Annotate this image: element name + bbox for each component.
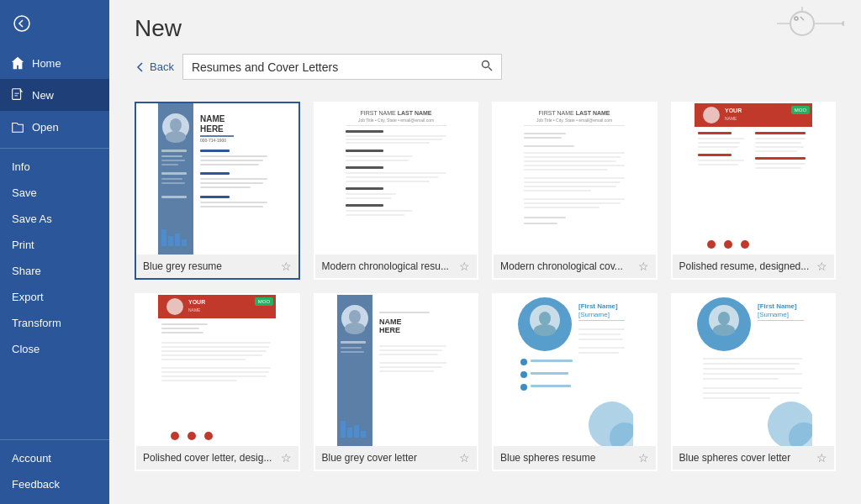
- svg-rect-79: [524, 186, 616, 187]
- svg-rect-28: [161, 196, 187, 198]
- svg-point-108: [707, 240, 716, 249]
- svg-point-130: [171, 432, 179, 440]
- svg-point-132: [204, 432, 213, 440]
- sidebar-item-info[interactable]: Info: [0, 154, 109, 180]
- template-card-modern-chronological-cover[interactable]: FIRST NAME LAST NAME Job Title • City, S…: [492, 102, 658, 280]
- sidebar-item-print[interactable]: Print: [0, 232, 109, 258]
- svg-point-6: [842, 21, 844, 26]
- svg-rect-47: [346, 125, 446, 126]
- svg-rect-61: [346, 197, 392, 199]
- svg-rect-55: [346, 166, 383, 169]
- sidebar-item-open[interactable]: Open: [0, 111, 109, 143]
- svg-rect-128: [161, 375, 267, 377]
- sidebar-item-new[interactable]: New: [0, 79, 109, 111]
- star-icon-4[interactable]: ☆: [816, 260, 827, 273]
- svg-rect-33: [200, 172, 230, 175]
- search-input-wrapper: [182, 54, 502, 80]
- svg-rect-190: [703, 397, 770, 399]
- template-card-modern-chronological-resume[interactable]: FIRST NAME LAST NAME Job Title • City, S…: [314, 102, 479, 280]
- svg-rect-24: [161, 164, 178, 165]
- svg-rect-40: [161, 229, 166, 246]
- svg-rect-82: [524, 202, 621, 204]
- star-icon-3[interactable]: ☆: [638, 260, 649, 273]
- sidebar-item-account[interactable]: Account: [0, 445, 109, 471]
- sidebar-back-button[interactable]: [5, 7, 39, 40]
- svg-rect-35: [200, 182, 263, 184]
- search-input[interactable]: [183, 55, 473, 79]
- svg-rect-27: [161, 182, 185, 184]
- main-content: New Back: [109, 0, 861, 504]
- svg-rect-122: [161, 346, 269, 348]
- star-icon-1[interactable]: ☆: [281, 260, 292, 273]
- svg-rect-26: [161, 178, 182, 180]
- template-label-6: Blue grey cover letter: [322, 452, 417, 464]
- template-label-bar-3: Modern chronological cov... ☆: [494, 255, 656, 278]
- svg-rect-42: [175, 234, 180, 246]
- template-card-polished-resume[interactable]: YOUR NAME MOO: [671, 102, 837, 280]
- svg-rect-182: [758, 320, 804, 321]
- template-thumbnail-1: NAME HERE 000-714-1900: [136, 103, 298, 255]
- svg-rect-39: [200, 206, 263, 207]
- svg-rect-69: [524, 133, 566, 134]
- star-icon-2[interactable]: ☆: [459, 260, 470, 273]
- svg-text:FIRST NAME LAST NAME: FIRST NAME LAST NAME: [539, 110, 610, 116]
- template-card-blue-grey-cover[interactable]: NAME HERE Blue grey cover letter: [314, 293, 479, 471]
- sidebar-item-save[interactable]: Save: [0, 180, 109, 206]
- svg-rect-64: [346, 214, 404, 216]
- svg-rect-169: [578, 333, 621, 335]
- svg-rect-78: [524, 181, 621, 183]
- template-card-polished-cover[interactable]: YOUR NAME MOO: [135, 293, 300, 471]
- svg-text:YOUR: YOUR: [188, 299, 205, 305]
- sidebar-item-export[interactable]: Export: [0, 284, 109, 310]
- sidebar-item-share[interactable]: Share: [0, 258, 109, 284]
- search-button[interactable]: [473, 55, 501, 79]
- template-thumbnail-5: YOUR NAME MOO: [136, 295, 298, 446]
- search-icon: [481, 60, 493, 71]
- svg-rect-105: [755, 157, 806, 160]
- svg-rect-102: [755, 142, 801, 144]
- svg-rect-100: [755, 132, 806, 134]
- svg-rect-153: [361, 431, 366, 438]
- svg-rect-85: [524, 223, 557, 224]
- svg-rect-140: [341, 351, 364, 353]
- svg-rect-44: [337, 103, 455, 255]
- svg-rect-129: [161, 380, 237, 381]
- svg-text:NAME: NAME: [200, 114, 225, 123]
- template-label-bar-4: Polished resume, designed... ☆: [673, 255, 835, 278]
- star-icon-5[interactable]: ☆: [281, 451, 292, 465]
- template-card-blue-spheres-resume[interactable]: [First Name] [Surname]: [492, 293, 658, 471]
- sidebar-item-feedback[interactable]: Feedback: [0, 471, 109, 497]
- template-label-5: Polished cover letter, desig...: [143, 452, 272, 464]
- svg-rect-54: [346, 160, 409, 161]
- svg-point-109: [724, 240, 732, 249]
- sidebar-item-save-as[interactable]: Save As: [0, 206, 109, 232]
- svg-text:MOO: MOO: [258, 299, 271, 304]
- svg-rect-51: [346, 142, 430, 144]
- template-thumbnail-7: [First Name] [Surname]: [494, 295, 656, 446]
- svg-rect-107: [755, 167, 801, 169]
- sidebar-item-close[interactable]: Close: [0, 336, 109, 362]
- template-label-bar-2: Modern chronological resu... ☆: [315, 255, 478, 278]
- svg-rect-32: [200, 164, 259, 165]
- template-card-blue-spheres-cover[interactable]: [First Name] [Surname]: [671, 293, 837, 471]
- star-icon-7[interactable]: ☆: [638, 451, 649, 465]
- svg-rect-170: [578, 339, 623, 340]
- svg-rect-81: [524, 198, 625, 200]
- back-button[interactable]: Back: [135, 60, 174, 73]
- template-label-bar-7: Blue spheres resume ☆: [494, 446, 656, 470]
- svg-point-157: [539, 312, 551, 325]
- template-label-bar-5: Polished cover letter, desig... ☆: [136, 446, 298, 470]
- sidebar-item-transform[interactable]: Transform: [0, 310, 109, 336]
- sidebar-home-label: Home: [32, 57, 61, 70]
- svg-rect-36: [200, 186, 251, 188]
- back-label: Back: [150, 60, 174, 73]
- svg-rect-146: [379, 354, 438, 355]
- svg-rect-83: [524, 207, 600, 208]
- svg-rect-106: [755, 163, 806, 165]
- svg-rect-96: [698, 146, 738, 148]
- star-icon-6[interactable]: ☆: [459, 451, 470, 465]
- template-card-blue-grey-resume[interactable]: NAME HERE 000-714-1900: [135, 102, 300, 280]
- svg-rect-34: [200, 178, 267, 180]
- sidebar-item-home[interactable]: Home: [0, 47, 109, 79]
- star-icon-8[interactable]: ☆: [816, 451, 827, 465]
